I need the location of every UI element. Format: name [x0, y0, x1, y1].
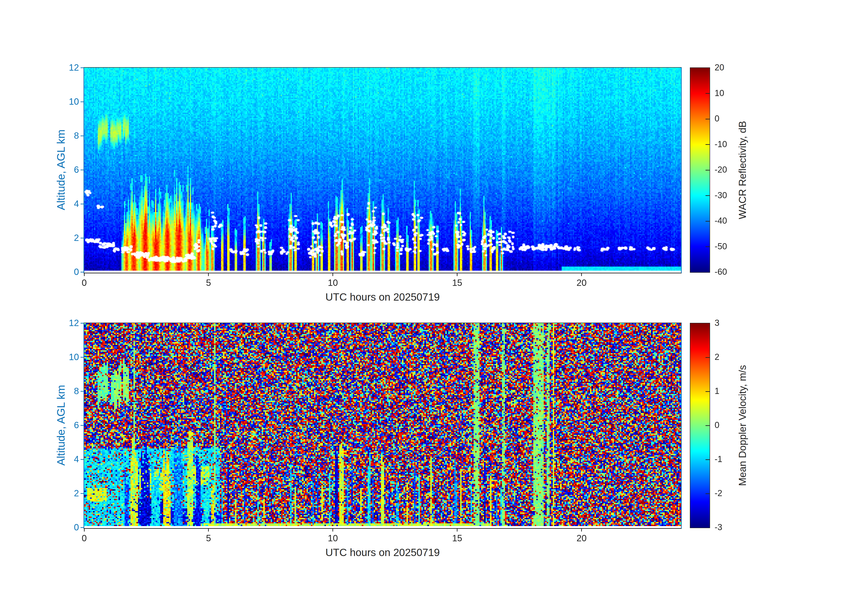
y-tick-label: 12 [47, 318, 79, 328]
colorbar-tick-label: 10 [714, 88, 724, 98]
x-tick-label: 10 [328, 278, 338, 288]
y-tick-mark [81, 170, 84, 170]
y-tick-mark [81, 272, 84, 272]
y-tick-mark [81, 102, 84, 102]
x-tick-label: 0 [82, 278, 87, 288]
x-tick-label: 10 [328, 533, 338, 543]
colorbar-tick-label: 2 [714, 352, 719, 362]
colorbar-tick-label: -30 [714, 191, 727, 200]
colorbar-tick-mark [706, 493, 710, 494]
reflectivity-colorbar-label: WACR Reflectivity, dB [737, 121, 748, 219]
x-tick-mark [208, 273, 209, 276]
colorbar-tick-label: -60 [714, 267, 727, 277]
colorbar-tick-mark [706, 221, 710, 222]
x-tick-mark [332, 273, 333, 276]
y-tick-mark [81, 238, 84, 238]
cloud-base-dots-overlay [84, 68, 681, 272]
x-tick-mark [332, 528, 333, 531]
colorbar-tick-label: -3 [714, 522, 722, 532]
y-tick-label: 2 [47, 233, 79, 243]
colorbar-tick-label: 3 [714, 318, 719, 328]
y-tick-mark [81, 323, 84, 324]
x-tick-label: 15 [452, 533, 462, 543]
y-tick-label: 8 [47, 130, 79, 141]
x-tick-mark [208, 528, 209, 531]
x-tick-label: 5 [206, 278, 211, 288]
x-axis-label: UTC hours on 20250719 [325, 291, 440, 303]
x-tick-mark [581, 528, 582, 531]
x-axis-label: UTC hours on 20250719 [325, 546, 440, 559]
y-tick-mark [81, 459, 84, 460]
x-tick-label: 20 [576, 533, 587, 543]
colorbar-tick-mark [706, 144, 710, 145]
colorbar-tick-mark [706, 425, 710, 426]
colorbar-tick-mark [706, 246, 710, 247]
colorbar-tick-label: -40 [714, 216, 727, 226]
colorbar-tick-label: -50 [714, 242, 727, 251]
x-tick-label: 20 [576, 278, 587, 288]
y-tick-label: 4 [47, 454, 79, 464]
x-tick-label: 5 [206, 533, 211, 543]
figure-container: Altitude, AGL km UTC hours on 20250719 W… [0, 0, 868, 596]
y-tick-mark [81, 136, 84, 136]
colorbar-tick-mark [706, 93, 710, 94]
colorbar-tick-mark [706, 357, 710, 358]
y-tick-label: 8 [47, 386, 79, 396]
y-tick-label: 12 [47, 62, 79, 72]
colorbar-tick-label: -20 [714, 165, 727, 175]
colorbar-tick-mark [706, 459, 710, 460]
colorbar-tick-label: 0 [714, 114, 719, 124]
x-tick-mark [84, 528, 85, 531]
colorbar-tick-mark [706, 119, 710, 120]
colorbar-tick-label: 20 [714, 63, 724, 72]
x-tick-label: 15 [452, 278, 462, 288]
x-tick-mark [581, 273, 582, 276]
y-tick-label: 6 [47, 420, 79, 430]
y-tick-mark [81, 391, 84, 392]
y-tick-label: 0 [47, 267, 79, 277]
velocity-colorbar-label: Mean Doppler Velocity, m/s [737, 365, 748, 486]
y-tick-mark [81, 527, 84, 528]
y-tick-mark [81, 67, 84, 68]
y-tick-label: 10 [47, 96, 79, 107]
x-tick-mark [84, 273, 85, 276]
y-tick-label: 6 [47, 165, 79, 175]
y-tick-mark [81, 425, 84, 426]
x-tick-label: 0 [82, 533, 87, 543]
colorbar-tick-label: -2 [714, 488, 722, 498]
colorbar-tick-label: -1 [714, 454, 722, 464]
y-tick-mark [81, 204, 84, 204]
colorbar-tick-mark [706, 195, 710, 196]
y-tick-label: 0 [47, 522, 79, 532]
colorbar-tick-label: 1 [714, 386, 719, 396]
x-tick-mark [457, 528, 458, 531]
y-tick-label: 4 [47, 199, 79, 209]
colorbar-tick-mark [706, 391, 710, 392]
colorbar-tick-label: -10 [714, 139, 727, 149]
y-tick-label: 10 [47, 352, 79, 362]
y-tick-mark [81, 357, 84, 358]
x-tick-mark [457, 273, 458, 276]
velocity-heatmap [84, 323, 681, 527]
colorbar-tick-mark [706, 170, 710, 170]
y-tick-mark [81, 493, 84, 494]
y-tick-label: 2 [47, 488, 79, 498]
colorbar-tick-label: 0 [714, 420, 719, 430]
